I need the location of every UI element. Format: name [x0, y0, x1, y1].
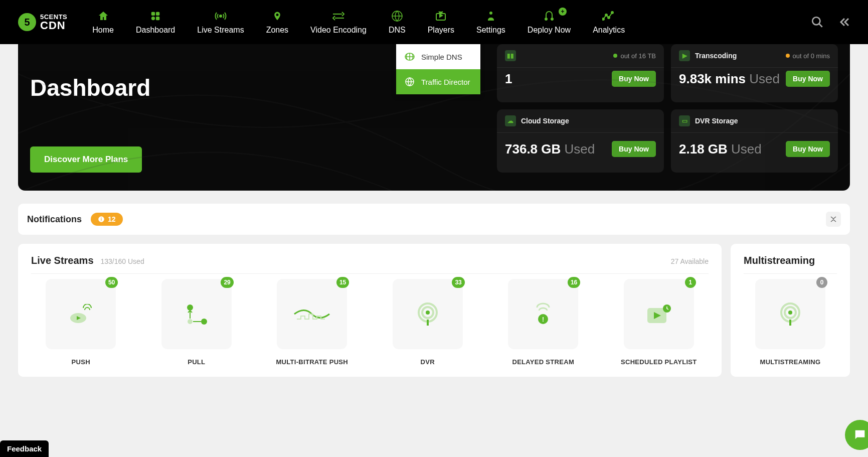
notifications-collapse-button[interactable] — [826, 212, 841, 227]
live-streams-card: Live Streams 133/160 Used 27 Available 5… — [18, 244, 722, 377]
home-icon — [97, 10, 110, 23]
deploy-icon — [543, 10, 556, 23]
buy-cloud-button[interactable]: Buy Now — [612, 141, 656, 157]
stat-cloud-storage: ☁Cloud Storage 736.8 GB Used Buy Now — [497, 109, 664, 173]
svg-rect-3 — [156, 17, 159, 20]
svg-point-8 — [545, 18, 548, 21]
stat-bandwidth: ▮▮ out of 16 TB 1 Buy Now — [497, 44, 664, 102]
buy-bandwidth-button[interactable]: Buy Now — [612, 71, 656, 87]
cards-row: Live Streams 133/160 Used 27 Available 5… — [18, 244, 850, 377]
nav-settings[interactable]: Settings — [476, 10, 505, 35]
nav-encoding[interactable]: Video Encoding — [310, 10, 367, 35]
nav-home[interactable]: Home — [92, 10, 114, 35]
tile-pull[interactable]: 29 PULL — [147, 279, 247, 366]
svg-point-10 — [602, 18, 604, 20]
push-icon — [68, 304, 93, 324]
multistreaming-icon — [778, 301, 803, 327]
live-streams-usage: 133/160 Used — [101, 257, 144, 265]
multi-bitrate-icon — [292, 304, 332, 324]
svg-point-4 — [220, 15, 222, 17]
nav-analytics[interactable]: Analytics — [593, 10, 625, 35]
tile-scheduled[interactable]: 1 SCHEDULED PLAYLIST — [609, 279, 709, 366]
simple-dns-icon — [404, 51, 415, 62]
top-navigation: 5 5CENTS CDN Home Dashboard Live Streams… — [0, 0, 868, 44]
svg-point-14 — [812, 17, 820, 25]
dvr-icon — [415, 301, 440, 327]
settings-icon — [484, 10, 497, 23]
nav-items: Home Dashboard Live Streams Zones Video … — [92, 10, 625, 35]
tv-icon — [434, 10, 447, 23]
nav-right — [811, 16, 850, 29]
cloud-icon: ☁ — [505, 115, 516, 126]
status-dot — [613, 54, 617, 58]
bandwidth-icon: ▮▮ — [505, 50, 516, 61]
svg-rect-34 — [789, 320, 791, 326]
dns-dropdown-traffic[interactable]: Traffic Director — [396, 69, 480, 94]
dns-dropdown-simple[interactable]: Simple DNS — [396, 44, 480, 69]
svg-point-2 — [151, 17, 155, 20]
search-icon[interactable] — [811, 16, 824, 29]
svg-point-20 — [187, 304, 193, 311]
svg-rect-0 — [151, 12, 155, 16]
svg-text:i: i — [101, 217, 102, 222]
transcoding-icon: ▶ — [679, 50, 690, 61]
dns-dropdown: Simple DNS Traffic Director — [396, 44, 480, 94]
live-streams-available: 27 Available — [671, 257, 709, 265]
nav-deploy[interactable]: + Deploy Now — [528, 10, 571, 35]
analytics-icon — [602, 10, 615, 23]
location-icon — [271, 10, 284, 23]
tile-delayed[interactable]: 16 ! DELAYED STREAM — [493, 279, 593, 366]
svg-rect-26 — [427, 320, 429, 326]
svg-point-7 — [489, 12, 492, 15]
plus-badge: + — [559, 8, 567, 16]
brand-logo[interactable]: 5 5CENTS CDN — [18, 13, 67, 31]
pull-icon — [184, 301, 209, 327]
svg-point-11 — [605, 14, 607, 16]
svg-rect-1 — [156, 12, 159, 16]
svg-point-25 — [426, 311, 430, 315]
logo-badge: 5 — [18, 13, 36, 31]
tile-dvr[interactable]: 33 DVR — [378, 279, 478, 366]
dashboard-icon — [149, 10, 162, 23]
nav-dns[interactable]: DNS — [389, 10, 406, 35]
buy-transcoding-button[interactable]: Buy Now — [786, 71, 830, 87]
broadcast-icon — [214, 10, 227, 23]
chevron-up-icon — [830, 219, 836, 222]
nav-dashboard[interactable]: Dashboard — [136, 10, 175, 35]
svg-point-21 — [188, 319, 193, 324]
encoding-icon — [332, 10, 345, 23]
multistreaming-card: Multistreaming 0 MULTISTREAMING — [731, 244, 850, 377]
svg-point-9 — [551, 18, 554, 21]
tile-push[interactable]: 50 PUSH — [31, 279, 131, 366]
info-icon: i — [98, 216, 105, 223]
svg-point-13 — [611, 12, 613, 14]
scheduled-icon — [645, 303, 672, 326]
svg-text:!: ! — [542, 316, 544, 323]
globe-icon — [391, 10, 404, 23]
buy-dvr-button[interactable]: Buy Now — [786, 141, 830, 157]
nav-livestreams[interactable]: Live Streams — [197, 10, 244, 35]
live-streams-title: Live Streams — [31, 255, 94, 266]
nav-players[interactable]: Players — [428, 10, 454, 35]
logo-text: 5CENTS CDN — [40, 14, 67, 31]
stat-transcoding: ▶Transcoding out of 0 mins 9.83k mins Us… — [671, 44, 838, 102]
traffic-director-icon — [404, 76, 415, 87]
multistreaming-title: Multistreaming — [744, 255, 815, 266]
collapse-sidebar-icon[interactable] — [838, 16, 850, 28]
notifications-title: Notifications — [27, 214, 82, 225]
dvr-icon: ▭ — [679, 115, 690, 126]
status-dot — [786, 54, 790, 58]
svg-point-33 — [788, 311, 792, 315]
stat-dvr-storage: ▭DVR Storage 2.18 GB Used Buy Now — [671, 109, 838, 173]
nav-zones[interactable]: Zones — [266, 10, 288, 35]
notifications-bar: Notifications i 12 — [18, 204, 850, 235]
delayed-icon: ! — [533, 301, 553, 327]
svg-point-12 — [608, 17, 610, 19]
tile-multi-bitrate[interactable]: 15 MULTI-BITRATE PUSH — [262, 279, 362, 366]
stats-grid: ▮▮ out of 16 TB 1 Buy Now ▶Transcoding o… — [497, 44, 838, 173]
notifications-badge[interactable]: i 12 — [91, 213, 123, 226]
discover-plans-button[interactable]: Discover More Plans — [30, 146, 142, 173]
tile-multistreaming[interactable]: 0 MULTISTREAMING — [744, 279, 837, 366]
